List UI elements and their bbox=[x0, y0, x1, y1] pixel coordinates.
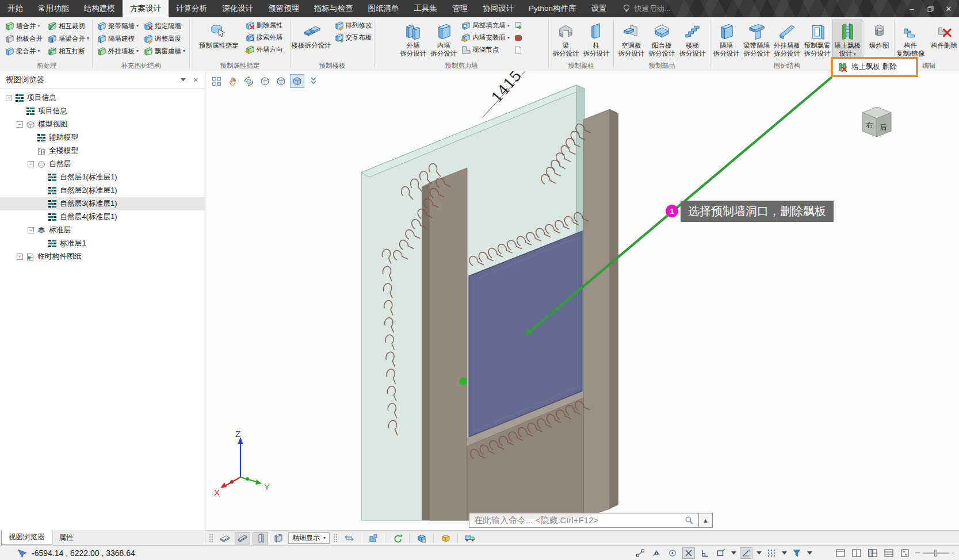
collapse-icon[interactable]: − bbox=[28, 161, 34, 167]
ribbon-button-搜索外墙[interactable]: 搜索外墙 bbox=[243, 32, 285, 44]
ribbon-button-墙梁合并[interactable]: 墙梁合并▾ bbox=[45, 33, 91, 45]
refresh-button[interactable] bbox=[389, 532, 405, 544]
ribbon-button-指定隔墙[interactable]: 指定隔墙 bbox=[142, 20, 187, 32]
filter-column-button[interactable] bbox=[253, 532, 268, 544]
ribbon-button-tool-roller[interactable] bbox=[512, 32, 525, 44]
ribbon-button-阳台板拆分设计[interactable]: 阳台板拆分设计 bbox=[647, 20, 677, 59]
expand-icon[interactable]: + bbox=[17, 254, 23, 260]
panel-dropdown-icon[interactable] bbox=[178, 76, 188, 84]
tree-item-临时构件图纸[interactable]: +临时构件图纸 bbox=[0, 250, 205, 263]
pan-hand[interactable] bbox=[226, 74, 240, 88]
layout-single-icon[interactable] bbox=[834, 547, 847, 559]
perpendicular-snap-icon[interactable] bbox=[698, 547, 711, 559]
circle-center-snap-icon[interactable] bbox=[666, 547, 679, 559]
menu-item-9[interactable]: 工具集 bbox=[407, 0, 445, 17]
ribbon-button-隔墙拆分设计[interactable]: 隔墙拆分设计 bbox=[712, 20, 742, 59]
polar-angle-snap-icon[interactable] bbox=[740, 547, 752, 559]
viewport-3d[interactable]: 1415 右 后 Z X bbox=[205, 71, 959, 530]
menu-item-5[interactable]: 深化设计 bbox=[215, 0, 261, 17]
tree-item-自然层2(标准层1)[interactable]: 自然层2(标准层1) bbox=[0, 184, 205, 197]
panel-close-icon[interactable]: ✕ bbox=[191, 76, 200, 84]
menu-item-0[interactable]: 开始 bbox=[0, 0, 30, 17]
layout-split2-icon[interactable] bbox=[850, 547, 863, 559]
ribbon-button-构件复制/镜像[interactable]: 构件复制/镜像 bbox=[896, 20, 925, 59]
ribbon-button-现浇节点[interactable]: 现浇节点 bbox=[459, 44, 511, 56]
close-button[interactable]: ✕ bbox=[941, 1, 957, 16]
tree-item-模型视图[interactable]: −模型视图 bbox=[0, 118, 205, 131]
ribbon-button-构件删除[interactable]: 构件删除 bbox=[926, 20, 959, 59]
ribbon-button-外墙拆分设计[interactable]: 外墙拆分设计 bbox=[398, 20, 428, 59]
ribbon-button-外挂墙板[interactable]: 外挂墙板▾ bbox=[95, 45, 140, 57]
tree-item-项目信息[interactable]: −项目信息 bbox=[0, 91, 205, 105]
dropdown-caret-icon[interactable] bbox=[807, 551, 812, 555]
ribbon-button-预制属性指定[interactable]: 预制属性指定 bbox=[196, 20, 243, 59]
display-mode-select[interactable]: 精细显示▾ bbox=[288, 532, 330, 544]
view-cube-face[interactable] bbox=[274, 74, 288, 88]
menu-item-10[interactable]: 管理 bbox=[445, 0, 475, 17]
collapse-icon[interactable]: − bbox=[28, 227, 34, 233]
ribbon-button-楼梯拆分设计[interactable]: 楼梯拆分设计 bbox=[678, 20, 708, 59]
tree-item-项目信息[interactable]: 项目信息 bbox=[0, 105, 205, 118]
transport-truck-button[interactable] bbox=[462, 532, 477, 544]
ribbon-button-梁合并[interactable]: 梁合并▾ bbox=[3, 45, 44, 57]
minimize-button[interactable]: – bbox=[904, 1, 920, 16]
tree-item-自然层3(标准层1)[interactable]: 自然层3(标准层1) bbox=[0, 197, 205, 210]
menu-item-7[interactable]: 指标与检查 bbox=[307, 0, 361, 17]
layout-split3-icon[interactable] bbox=[866, 547, 879, 559]
ribbon-button-相互裁切[interactable]: 相互裁切 bbox=[45, 20, 91, 32]
orbit[interactable] bbox=[242, 74, 256, 88]
panel-tab-0[interactable]: 视图浏览器 bbox=[1, 530, 52, 545]
restore-button[interactable] bbox=[922, 1, 938, 16]
command-expand-button[interactable]: ▲ bbox=[699, 513, 713, 528]
tree-item-全楼模型[interactable]: 全楼模型 bbox=[0, 144, 205, 158]
ribbon-button-局部填充墙[interactable]: 局部填充墙▾ bbox=[459, 20, 511, 32]
ribbon-button-内墙安装面[interactable]: 内墙安装面▾ bbox=[459, 32, 511, 44]
package-box-button[interactable] bbox=[438, 532, 453, 544]
ribbon-button-隔墙建模[interactable]: 隔墙建模 bbox=[95, 33, 140, 45]
ribbon-button-调整高度[interactable]: 调整高度 bbox=[142, 33, 187, 45]
dropdown-caret-icon[interactable] bbox=[731, 551, 736, 555]
ribbon-button-外墙方向[interactable]: 外墙方向 bbox=[243, 44, 285, 56]
zoom-slider-track[interactable] bbox=[923, 553, 949, 554]
menu-item-11[interactable]: 协同设计 bbox=[475, 0, 521, 17]
menu-item-8[interactable]: 图纸清单 bbox=[361, 0, 407, 17]
ribbon-button-tool-export[interactable] bbox=[512, 20, 525, 32]
ribbon-button-爆炸图[interactable]: 爆炸图 bbox=[865, 20, 893, 59]
grid-snap-snap-icon[interactable] bbox=[765, 547, 778, 559]
stats-blocks-button[interactable] bbox=[365, 532, 381, 544]
menu-item-13[interactable]: 设置 bbox=[584, 0, 614, 17]
ribbon-button-飘窗建模[interactable]: 飘窗建模▾ bbox=[142, 45, 187, 57]
intersection-snap-icon[interactable] bbox=[682, 547, 695, 559]
ribbon-button-排列修改[interactable]: 排列修改 bbox=[333, 20, 374, 32]
menu-item-1[interactable]: 常用功能 bbox=[30, 0, 77, 17]
filter-wall-button[interactable] bbox=[270, 532, 286, 544]
tree-item-自然层[interactable]: −自然层 bbox=[0, 158, 205, 171]
ribbon-button-梁带隔墙[interactable]: 梁带隔墙▾ bbox=[95, 20, 140, 32]
selection-filter-snap-icon[interactable] bbox=[790, 547, 803, 559]
filter-beam-button[interactable] bbox=[235, 532, 250, 544]
ribbon-button-tool-page[interactable] bbox=[512, 44, 525, 56]
ribbon-button-墙上飘板设计[interactable]: 墙上飘板设计 ▾ bbox=[832, 20, 862, 59]
collapse-icon[interactable]: − bbox=[17, 121, 23, 128]
more-chevron[interactable] bbox=[306, 74, 320, 88]
view-cube-wire[interactable] bbox=[258, 74, 272, 88]
view-cube-shaded[interactable] bbox=[290, 74, 304, 88]
panel-tab-1[interactable]: 属性 bbox=[52, 530, 81, 545]
ribbon-button-外挂墙板拆分设计[interactable]: 外挂墙板拆分设计 bbox=[772, 20, 802, 59]
filter-slab-button[interactable] bbox=[217, 532, 232, 544]
ribbon-button-空调板拆分设计[interactable]: 空调板拆分设计 bbox=[617, 20, 647, 59]
menu-item-delete-wall-panel[interactable]: 墙上飘板 删除 bbox=[832, 59, 916, 75]
zoom-in-icon[interactable]: · bbox=[952, 548, 954, 558]
ribbon-button-梁带隔墙拆分设计[interactable]: 梁带隔墙拆分设计 bbox=[742, 20, 772, 59]
toolbar-grip[interactable] bbox=[333, 534, 338, 543]
tree-item-标准层[interactable]: −标准层 bbox=[0, 224, 205, 237]
polyline-mid-snap-icon[interactable] bbox=[650, 547, 663, 559]
zoom-slider[interactable]: −· bbox=[915, 548, 954, 558]
rect-select-snap-icon[interactable] bbox=[715, 547, 727, 559]
menu-item-3[interactable]: 方案设计 bbox=[123, 0, 169, 17]
quick-launch[interactable]: 快速启动... bbox=[614, 0, 679, 17]
save-box-button[interactable] bbox=[414, 532, 429, 544]
menu-item-12[interactable]: Python构件库 bbox=[521, 0, 584, 17]
ribbon-button-梁拆分设计[interactable]: 梁拆分设计 bbox=[551, 20, 581, 59]
ribbon-button-交互布板[interactable]: 交互布板 bbox=[333, 32, 374, 44]
